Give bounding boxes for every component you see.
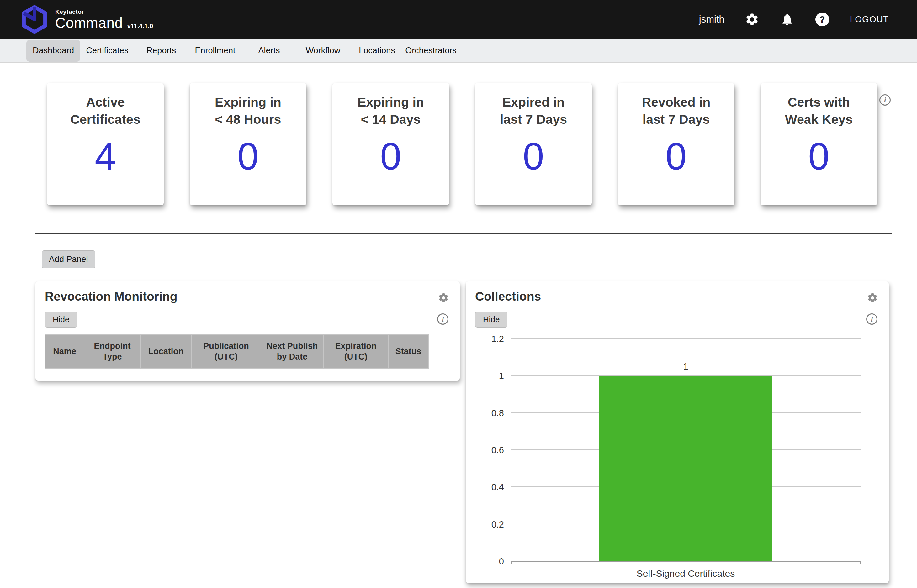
collections-settings-gear-icon[interactable] [867,292,878,305]
card-weak-keys: Certs withWeak Keys 0 [760,83,877,205]
x-category-label: Self-Signed Certificates [511,568,860,579]
card-active-certificates: ActiveCertificates 4 [47,83,164,205]
col-header-expiration-utc[interactable]: Expiration (UTC) [323,335,388,368]
brand-top-label: Keyfactor [55,8,123,15]
brand-text: Keyfactor Command v11.4.1.0 [55,8,153,31]
y-tick-label: 1 [499,371,504,381]
notifications-bell-icon[interactable] [780,12,795,27]
tab-certificates[interactable]: Certificates [80,40,134,62]
tab-reports[interactable]: Reports [134,40,188,62]
collections-chart: 00.20.40.60.811.2 1 [501,339,860,561]
main-nav: Dashboard Certificates Reports Enrollmen… [0,39,917,63]
add-panel-button[interactable]: Add Panel [42,250,95,268]
logout-button[interactable]: LOGOUT [850,15,889,24]
col-header-next-publish[interactable]: Next Publish by Date [261,335,323,368]
y-tick-label: 0.4 [492,482,504,493]
card-expired-7d: Expired inlast 7 Days 0 [475,83,592,205]
bar-value-label: 1 [599,361,772,372]
panels-row: Revocation Monitoring i Hide Name Endpoi… [36,281,917,583]
tab-enrollment[interactable]: Enrollment [188,40,242,62]
col-header-endpoint-type[interactable]: Endpoint Type [84,335,141,368]
revocation-panel-title: Revocation Monitoring [45,290,450,304]
card-title: ActiveCertificates [70,94,140,129]
tab-locations[interactable]: Locations [350,40,404,62]
gridline [511,338,860,339]
brand-main-label: Command [55,15,123,31]
card-expiring-14d: Expiring in< 14 Days 0 [332,83,449,205]
collections-panel: Collections i Hide 00.20.40.60.811.2 1 [466,281,889,583]
card-expiring-48h: Expiring in< 48 Hours 0 [190,83,306,205]
card-value: 0 [238,137,259,176]
card-title: Expiring in< 14 Days [357,94,424,129]
card-value: 0 [665,137,687,176]
brand: Keyfactor Command v11.4.1.0 [20,5,153,34]
dashboard-info-icon[interactable]: i [879,94,891,106]
y-tick-label: 0.8 [492,408,504,418]
card-revoked-7d: Revoked inlast 7 Days 0 [618,83,734,205]
y-tick-label: 0 [499,556,504,567]
y-tick-label: 0.2 [492,519,504,529]
help-question-glyph: ? [815,13,829,26]
dashboard-content: i ActiveCertificates 4 Expiring in< 48 H… [0,83,917,583]
top-bar: Keyfactor Command v11.4.1.0 jsmith ? LOG… [0,0,917,39]
card-value: 0 [808,137,830,176]
chart-plot: 00.20.40.60.811.2 1 [511,339,860,561]
revocation-settings-gear-icon[interactable] [438,292,449,305]
collections-panel-title: Collections [475,290,879,304]
card-title: Certs withWeak Keys [785,94,853,129]
tab-workflow[interactable]: Workflow [296,40,350,62]
col-header-publication-utc[interactable]: Publication (UTC) [191,335,261,368]
info-glyph: i [442,315,444,323]
col-header-status[interactable]: Status [388,335,429,368]
collections-info-icon[interactable]: i [866,313,878,325]
section-divider [36,233,892,234]
version-label: v11.4.1.0 [127,23,153,31]
card-value: 0 [380,137,401,176]
card-value: 0 [523,137,544,176]
info-glyph: i [871,315,873,323]
tab-orchestrators[interactable]: Orchestrators [404,40,458,62]
x-axis-line [511,561,860,564]
col-header-name[interactable]: Name [45,335,84,368]
card-value: 4 [95,137,116,176]
info-glyph: i [884,96,886,104]
col-header-location[interactable]: Location [141,335,191,368]
tab-alerts[interactable]: Alerts [242,40,296,62]
card-title: Expired inlast 7 Days [500,94,567,129]
settings-gear-icon[interactable] [744,12,760,27]
card-title: Expiring in< 48 Hours [215,94,281,129]
revocation-info-icon[interactable]: i [437,313,448,325]
y-tick-label: 1.2 [492,334,504,344]
chart-bar[interactable]: 1 [599,376,772,561]
tab-dashboard[interactable]: Dashboard [26,40,80,62]
card-title: Revoked inlast 7 Days [642,94,711,129]
top-bar-right: jsmith ? LOGOUT [699,12,889,27]
stat-cards-row: ActiveCertificates 4 Expiring in< 48 Hou… [0,83,917,205]
username-label[interactable]: jsmith [699,14,725,25]
y-tick-label: 0.6 [492,445,504,456]
revocation-monitoring-panel: Revocation Monitoring i Hide Name Endpoi… [36,281,460,381]
revocation-hide-button[interactable]: Hide [45,312,77,328]
revocation-table: Name Endpoint Type Location Publication … [45,334,429,368]
keyfactor-logo-icon [20,5,49,34]
revocation-table-header-row: Name Endpoint Type Location Publication … [45,335,429,368]
collections-hide-button[interactable]: Hide [475,312,508,328]
help-icon[interactable]: ? [815,12,830,27]
